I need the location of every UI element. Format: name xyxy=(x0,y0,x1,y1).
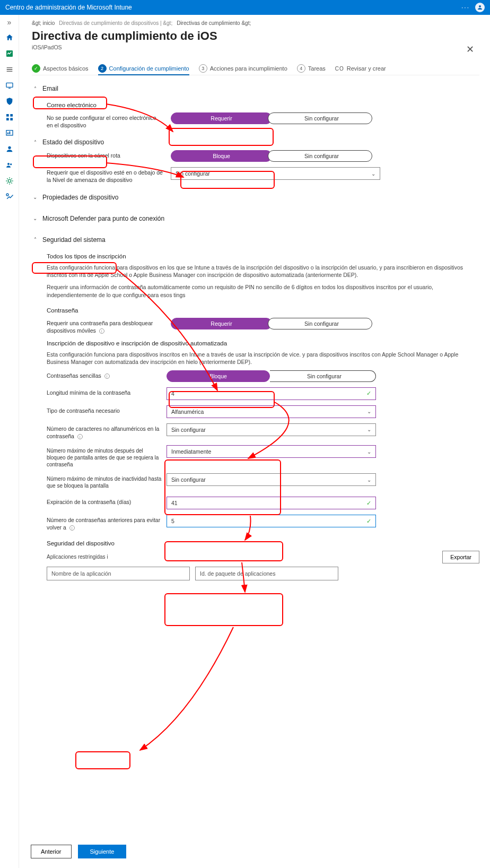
password-expiration-input[interactable]: 41 ✓ xyxy=(167,497,376,509)
simple-passwords-toggle[interactable]: Bloque Sin configurar xyxy=(167,370,376,382)
section-device-health-toggle[interactable]: ˄ Estado del dispositivo xyxy=(32,134,479,150)
svg-point-11 xyxy=(8,146,11,149)
info-icon: i xyxy=(99,328,104,334)
export-button[interactable]: Exportar xyxy=(442,551,479,563)
section-device-props: ⌄ Propiedades de dispositivo xyxy=(32,189,479,205)
jailbroken-toggle[interactable]: Bloque Sin configurar xyxy=(171,150,372,162)
breadcrumb: &gt; inicio Directivas de cumplimiento d… xyxy=(32,20,479,26)
syssec-desc1: Esta configuración funciona para disposi… xyxy=(47,264,479,279)
user-icon[interactable] xyxy=(5,144,14,154)
chevron-up-icon: ˄ xyxy=(32,237,38,242)
bundle-id-input[interactable]: Id. de paquete de aplicaciones xyxy=(195,567,338,580)
section-email-toggle[interactable]: ˄ Email xyxy=(32,81,479,97)
step-review[interactable]: CORevisar y crear xyxy=(335,65,386,72)
svg-point-12 xyxy=(7,163,10,165)
svg-point-15 xyxy=(6,194,8,196)
svg-rect-3 xyxy=(8,88,11,89)
section-system-security: ˄ Seguridad del sistema Todos los tipos … xyxy=(32,232,479,580)
info-icon: i xyxy=(69,525,75,531)
email-require-toggle[interactable]: Requerir Sin configurar xyxy=(171,112,372,124)
check-icon: ✓ xyxy=(366,500,371,507)
email-cannot-setup-label: No se puede configurar el correo electró… xyxy=(47,112,163,129)
chevron-down-icon: ⌄ xyxy=(32,194,38,200)
sidebar-expand-icon[interactable]: » xyxy=(7,18,12,27)
chevron-down-icon: ⌄ xyxy=(367,409,371,414)
previous-passwords-input[interactable]: 5 ✓ xyxy=(167,515,376,527)
min-length-label: Longitud mínima de la contraseña xyxy=(47,387,163,397)
groups-icon[interactable] xyxy=(5,160,14,170)
topbar-title: Centro de administración de Microsoft In… xyxy=(5,4,132,11)
section-email: ˄ Email Correo electrónico No se puede c… xyxy=(32,81,479,129)
svg-rect-5 xyxy=(10,114,13,117)
page-title: Directiva de cumplimiento de iOS xyxy=(32,29,479,43)
chevron-up-icon: ˄ xyxy=(32,140,38,145)
tenant-admin-icon[interactable] xyxy=(5,176,14,186)
require-password-label: Requerir una contraseña para desbloquear… xyxy=(47,318,163,334)
restricted-apps-label: Aplicaciones restringidas xyxy=(47,554,106,560)
troubleshoot-icon[interactable] xyxy=(5,192,14,202)
svg-rect-2 xyxy=(6,83,13,87)
step-basics[interactable]: ✓Aspectos básicos xyxy=(32,64,89,73)
apps-icon[interactable] xyxy=(5,112,14,122)
step-actions[interactable]: 3Acciones para incumplimiento xyxy=(199,64,287,73)
page-subtitle: iOS/iPadOS xyxy=(32,44,479,50)
require-password-toggle[interactable]: Requerir Sin configurar xyxy=(171,318,372,329)
nonalpha-dropdown[interactable]: Sin configurar ⌄ xyxy=(167,423,376,436)
password-type-label: Tipo de contraseña necesario xyxy=(47,405,163,415)
section-device-props-toggle[interactable]: ⌄ Propiedades de dispositivo xyxy=(32,189,479,205)
password-type-dropdown[interactable]: Alfanumérica ⌄ xyxy=(167,405,376,418)
more-icon[interactable]: ··· xyxy=(461,4,470,11)
info-icon: i xyxy=(107,554,108,560)
devices-icon[interactable] xyxy=(5,81,14,90)
threat-level-label: Requerir que el dispositivo esté en o de… xyxy=(47,167,163,184)
previous-passwords-label: Número de contraseñas anteriores para ev… xyxy=(47,515,163,531)
breadcrumb-last[interactable]: Directivas de cumplimiento &gt; xyxy=(177,20,251,26)
avatar-icon[interactable] xyxy=(475,3,485,12)
max-minutes-lock-label: Número máximo de minutos después del blo… xyxy=(47,445,163,468)
password-expiration-label: Expiración de la contraseña (días) xyxy=(47,497,163,506)
svg-rect-9 xyxy=(7,133,8,134)
section-system-security-toggle[interactable]: ˄ Seguridad del sistema xyxy=(32,232,479,248)
section-defender-toggle[interactable]: ⌄ Microsoft Defender para punto de conex… xyxy=(32,211,479,227)
dashboard-icon[interactable] xyxy=(5,49,14,58)
chevron-down-icon: ⌄ xyxy=(367,427,371,432)
min-length-input[interactable]: 4 ✓ xyxy=(167,387,376,400)
threat-level-dropdown[interactable]: Sin configurar ⌄ xyxy=(171,167,380,180)
svg-rect-7 xyxy=(10,118,13,120)
password-head: Contraseña xyxy=(47,307,479,314)
home-icon[interactable] xyxy=(5,33,14,42)
breadcrumb-home[interactable]: &gt; inicio xyxy=(32,20,55,26)
syssec-desc3: Esta configuración funciona para disposi… xyxy=(47,351,479,366)
max-minutes-lock-dropdown[interactable]: Inmediatamente ⌄ xyxy=(167,445,376,458)
list-icon[interactable] xyxy=(5,65,14,74)
jailbroken-label: Dispositivos con la cárcel rota xyxy=(47,150,163,160)
close-icon[interactable]: ✕ xyxy=(466,44,474,55)
main-content: &gt; inicio Directivas de cumplimiento d… xyxy=(19,15,490,868)
next-button[interactable]: Siguiente xyxy=(78,845,127,858)
chevron-up-icon: ˄ xyxy=(32,86,38,92)
check-icon: ✓ xyxy=(366,390,371,397)
svg-rect-6 xyxy=(6,118,9,120)
previous-button[interactable]: Anterior xyxy=(31,845,72,858)
app-name-input[interactable]: Nombre de la aplicación xyxy=(47,567,190,580)
info-icon: i xyxy=(77,434,83,439)
step-assignments[interactable]: 4Tareas xyxy=(297,64,326,73)
chevron-down-icon: ⌄ xyxy=(32,215,38,221)
wizard-footer: Anterior Siguiente xyxy=(19,838,490,868)
check-icon: ✓ xyxy=(366,518,371,525)
all-enrollment-types: Todos los tipos de inscripción xyxy=(47,253,479,259)
step-compliance-settings[interactable]: 2Configuración de cumplimiento xyxy=(98,64,189,75)
chevron-down-icon: ⌄ xyxy=(367,449,371,455)
enroll-head: Inscripción de dispositivo e inscripción… xyxy=(47,340,479,346)
shield-icon[interactable] xyxy=(5,97,14,106)
reports-icon[interactable] xyxy=(5,128,14,138)
section-device-health: ˄ Estado del dispositivo Dispositivos co… xyxy=(32,134,479,184)
breadcrumb-mid[interactable]: Directivas de cumplimiento de dispositiv… xyxy=(59,20,172,26)
svg-point-13 xyxy=(10,163,12,165)
max-minutes-inactivity-dropdown[interactable]: Sin configurar ⌄ xyxy=(167,473,376,486)
svg-point-0 xyxy=(479,5,481,7)
sidebar: » xyxy=(0,15,19,868)
info-icon: i xyxy=(104,374,110,379)
chevron-down-icon: ⌄ xyxy=(367,477,371,483)
section-defender: ⌄ Microsoft Defender para punto de conex… xyxy=(32,211,479,227)
